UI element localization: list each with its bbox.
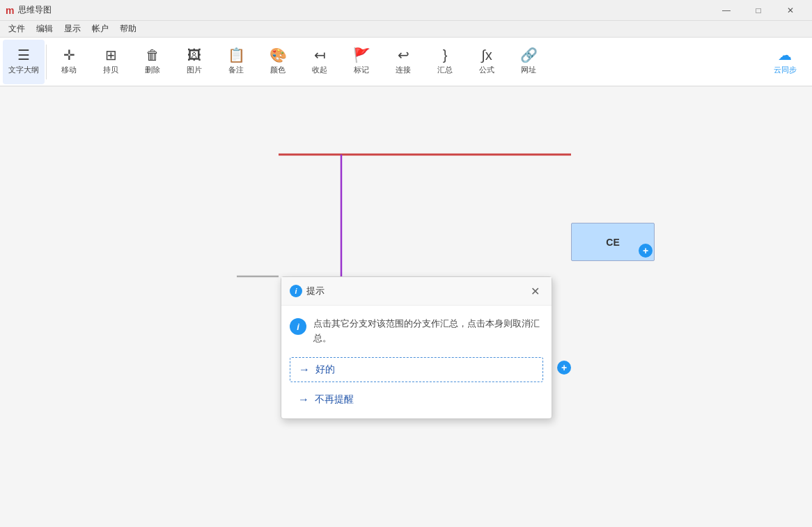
dialog-title: 提示	[306, 285, 325, 297]
tool-note-label: 备注	[228, 65, 244, 75]
tool-connect[interactable]: ↩ 连接	[382, 40, 424, 84]
menu-view[interactable]: 显示	[58, 22, 86, 36]
tool-sync[interactable]: ☁ 云同步	[760, 40, 809, 84]
title-bar-left: m 思维导图	[6, 4, 52, 16]
app-title: 思维导图	[18, 4, 52, 16]
tool-hold-label: 持贝	[103, 65, 118, 75]
collapse-icon: ↤	[314, 48, 326, 62]
url-icon: 🔗	[520, 48, 538, 62]
tool-text-outline[interactable]: ☰ 文字大纲	[3, 40, 45, 84]
formula-icon: ∫x	[481, 48, 492, 62]
delete-icon: 🗑	[146, 48, 159, 62]
dialog-message: 点击其它分支对该范围的分支作汇总，点击本身则取消汇总。	[313, 317, 543, 346]
tool-url[interactable]: 🔗 网址	[508, 40, 549, 84]
mark-icon: 🚩	[353, 48, 370, 62]
tool-delete-label: 删除	[145, 65, 160, 75]
tool-mark-label: 标记	[354, 65, 369, 75]
dialog-header: i 提示 ✕	[281, 277, 552, 306]
dialog-option-ok[interactable]: → 好的	[290, 357, 543, 382]
dialog-option-no-remind-label: 不再提醒	[315, 393, 354, 406]
dialog: i 提示 ✕ i 点击其它分支对该范围的分支作汇总，点击本身则取消汇总。 → 好…	[281, 276, 552, 419]
minimize-button[interactable]: —	[710, 0, 742, 21]
node-ce-plus-button[interactable]: +	[639, 244, 653, 258]
move-icon: ✛	[63, 48, 75, 62]
tool-summary-label: 汇总	[437, 65, 453, 75]
tool-color[interactable]: 🎨 颜色	[257, 40, 299, 84]
image-icon: 🖼	[187, 48, 201, 62]
tool-connect-label: 连接	[396, 65, 411, 75]
option-noremind-arrow-icon: →	[298, 393, 309, 406]
tool-color-label: 颜色	[270, 65, 286, 75]
dialog-message-info-icon: i	[290, 318, 306, 335]
app-icon: m	[6, 5, 14, 16]
note-icon: 📋	[228, 48, 245, 62]
menu-account[interactable]: 帐户	[86, 22, 114, 36]
tool-image[interactable]: 🖼 图片	[173, 40, 215, 84]
maximize-button[interactable]: □	[742, 0, 774, 21]
tool-mark[interactable]: 🚩 标记	[341, 40, 382, 84]
hold-icon: ⊞	[105, 48, 117, 62]
text-outline-icon: ☰	[17, 48, 30, 62]
option-ok-arrow-icon: →	[299, 363, 310, 376]
dialog-body: i 点击其它分支对该范围的分支作汇总，点击本身则取消汇总。 → 好的 → 不再提…	[281, 306, 552, 418]
summary-icon: }	[443, 48, 448, 62]
toolbar: ☰ 文字大纲 ✛ 移动 ⊞ 持贝 🗑 删除 🖼 图片 📋 备注 🎨 颜色 ↤ 收…	[0, 38, 812, 86]
tool-sync-label: 云同步	[774, 65, 797, 75]
node-right-plus-button[interactable]: +	[557, 361, 571, 375]
tool-formula[interactable]: ∫x 公式	[466, 40, 508, 84]
dialog-title-row: i 提示	[290, 285, 325, 297]
dialog-option-no-remind[interactable]: → 不再提醒	[290, 389, 543, 410]
tool-move[interactable]: ✛ 移动	[48, 40, 90, 84]
color-icon: 🎨	[270, 48, 287, 62]
tool-formula-label: 公式	[479, 65, 494, 75]
menu-file[interactable]: 文件	[3, 22, 31, 36]
tool-url-label: 网址	[521, 65, 536, 75]
canvas-area: CE + + 1第一步 XXX + + i 提示 ✕ i 点击其它分支对该范围的…	[0, 87, 812, 527]
tool-text-outline-label: 文字大纲	[8, 65, 39, 75]
dialog-message-row: i 点击其它分支对该范围的分支作汇总，点击本身则取消汇总。	[290, 317, 543, 346]
close-button[interactable]: ✕	[774, 0, 806, 21]
tool-delete[interactable]: 🗑 删除	[132, 40, 173, 84]
title-bar-controls: — □ ✕	[710, 0, 806, 21]
menu-edit[interactable]: 编辑	[31, 22, 58, 36]
dialog-close-button[interactable]: ✕	[526, 283, 543, 299]
menu-bar: 文件 编辑 显示 帐户 帮助	[0, 21, 812, 38]
tool-collapse[interactable]: ↤ 收起	[299, 40, 341, 84]
toolbar-divider-1	[46, 45, 47, 79]
sync-icon: ☁	[778, 48, 792, 62]
dialog-header-info-icon: i	[290, 285, 302, 297]
tool-collapse-label: 收起	[312, 65, 327, 75]
tool-note[interactable]: 📋 备注	[215, 40, 257, 84]
dialog-option-ok-label: 好的	[315, 363, 335, 376]
tool-move-label: 移动	[61, 65, 77, 75]
title-bar: m 思维导图 — □ ✕	[0, 0, 812, 21]
tool-summary[interactable]: } 汇总	[424, 40, 466, 84]
menu-help[interactable]: 帮助	[114, 22, 142, 36]
tool-image-label: 图片	[187, 65, 202, 75]
tool-hold[interactable]: ⊞ 持贝	[90, 40, 132, 84]
connect-icon: ↩	[398, 48, 409, 62]
